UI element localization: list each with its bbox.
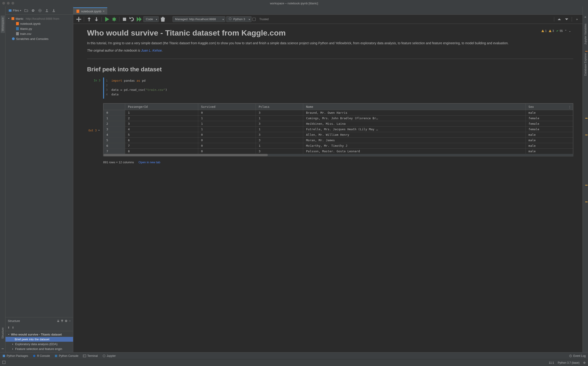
- dataframe-output[interactable]: ⋮ PassengerIdSurvivedPclassNameSex0103Br…: [103, 103, 573, 156]
- add-button[interactable]: [37, 8, 43, 13]
- maximize-window-button[interactable]: [11, 2, 14, 5]
- workspace-tool-tab[interactable]: Workspace: [1, 15, 5, 33]
- interpreter-status[interactable]: Python 3.7 (base): [558, 361, 580, 364]
- python-console-tab[interactable]: Python Console: [55, 354, 78, 358]
- server-select[interactable]: Managed: http://localhost:8888: [173, 16, 225, 22]
- project-tree[interactable]: titanic http://localhost:8888 from noteb…: [6, 15, 73, 317]
- table-row[interactable]: 1211Cumings, Mrs. John Bradley (Florence…: [103, 115, 573, 121]
- table-row[interactable]: 4503Allen, Mr. William Henrymale: [103, 132, 573, 137]
- terminal-tab[interactable]: Terminal: [83, 354, 98, 358]
- horizontal-scrollbar[interactable]: [103, 154, 573, 156]
- table-header[interactable]: Pclass: [256, 103, 303, 110]
- tree-root-titanic[interactable]: titanic http://localhost:8888 from: [6, 16, 73, 21]
- move-up-button[interactable]: [86, 16, 92, 23]
- structure-item-root[interactable]: Who would survive - Titanic dataset: [6, 332, 73, 337]
- table-row[interactable]: 0103Braund, Mr. Owen Harrismale: [103, 110, 573, 115]
- cursor-position[interactable]: 11:1: [549, 361, 554, 364]
- notebook-content[interactable]: 1 3 55 ⌃ ⌄ Who would survive - Titanic d…: [73, 24, 582, 352]
- code-input[interactable]: 1234 import pandas as pddata = pd.read_c…: [103, 77, 573, 99]
- hide-panel-icon[interactable]: −: [69, 319, 71, 323]
- check-badge[interactable]: 55: [556, 29, 563, 33]
- table-menu-button[interactable]: ⋮: [568, 105, 571, 109]
- restart-button[interactable]: [129, 16, 135, 23]
- tree-scratches[interactable]: Scratches and Consoles: [6, 36, 73, 41]
- author-link[interactable]: Juan L. Kehoe: [141, 49, 162, 52]
- table-row[interactable]: 2313Heikkinen, Miss. Lainafemale: [103, 121, 573, 126]
- close-window-button[interactable]: [2, 2, 5, 5]
- run-cell-button[interactable]: [103, 16, 110, 23]
- notebook-toolbar: Code Managed: http://localhost:8888 Pyth…: [73, 15, 582, 24]
- r-console-tab[interactable]: R Console: [33, 354, 50, 358]
- status-left[interactable]: [2, 361, 6, 365]
- table-row[interactable]: 5603Moran, Mr. Jamesmale: [103, 137, 573, 143]
- event-log-tab[interactable]: Event Log: [569, 354, 586, 358]
- badge-down-icon[interactable]: ⌄: [569, 29, 571, 33]
- prev-button[interactable]: [556, 16, 563, 23]
- open-in-tab-link[interactable]: Open in new tab: [138, 160, 160, 164]
- add-cell-button[interactable]: [76, 16, 82, 23]
- upload-button[interactable]: [44, 8, 50, 13]
- output-prompt[interactable]: Out 3: [87, 103, 103, 156]
- chevron-down-icon: [98, 129, 100, 132]
- next-button[interactable]: [564, 16, 570, 23]
- structure-item-brief-peek[interactable]: Brief peek into the dataset: [6, 337, 73, 342]
- structure-tool-tab[interactable]: Structure: [1, 326, 5, 341]
- sort-icon[interactable]: ⬍: [7, 326, 10, 329]
- table-row[interactable]: 3411Futrelle, Mrs. Jacques Heath (Lily M…: [103, 126, 573, 132]
- settings-gear-icon[interactable]: ⚙: [583, 361, 586, 364]
- warning-badge-1[interactable]: 1: [541, 29, 547, 33]
- tool-window-icon: [2, 361, 6, 364]
- editor-area: notebook.ipynb × Code Managed: http://lo…: [73, 7, 582, 352]
- table-header[interactable]: PassengerId: [125, 103, 198, 110]
- delete-cell-button[interactable]: [160, 16, 166, 23]
- intro-paragraph: In this tutorial, I'm going to use a ver…: [87, 41, 573, 46]
- tab-notebook[interactable]: notebook.ipynb ×: [73, 7, 107, 15]
- move-down-button[interactable]: [93, 16, 100, 23]
- table-header[interactable]: Survived: [198, 103, 256, 110]
- database-explorer-tab[interactable]: Database Explorer: [583, 51, 588, 77]
- new-folder-button[interactable]: [24, 8, 29, 13]
- code-content[interactable]: import pandas as pddata = pd.read_csv("t…: [110, 77, 573, 99]
- close-tab-button[interactable]: ×: [103, 9, 104, 13]
- cell-type-select[interactable]: Code: [143, 16, 159, 22]
- warning-badge-2[interactable]: 3: [548, 29, 554, 33]
- tree-item-titanic-py[interactable]: titanic.py: [6, 26, 73, 31]
- table-header[interactable]: Sex: [525, 103, 573, 110]
- jupyter-tab[interactable]: Jupyter: [103, 354, 116, 358]
- chevron-right-icon: [11, 343, 14, 346]
- expand-all-icon[interactable]: ⇊: [57, 319, 59, 323]
- table-header[interactable]: Name: [303, 103, 525, 110]
- files-label: Files: [13, 9, 19, 12]
- table-header[interactable]: [103, 103, 125, 110]
- tree-item-train-csv[interactable]: train.csv: [6, 31, 73, 36]
- stop-button[interactable]: [121, 16, 128, 23]
- python-icon: [16, 27, 19, 30]
- python-packages-tab[interactable]: Python Packages: [2, 354, 28, 358]
- jupyter-variables-tab[interactable]: Jupyter Variables: [583, 22, 588, 46]
- files-dropdown[interactable]: Files ▾: [7, 8, 22, 13]
- more-options-button[interactable]: »: [574, 16, 580, 23]
- code-cell-1[interactable]: In 3 1234 import pandas as pddata = pd.r…: [87, 77, 573, 99]
- kernel-select[interactable]: Python 3: [226, 16, 252, 22]
- settings-icon[interactable]: ⚙: [65, 319, 68, 323]
- data-table[interactable]: PassengerIdSurvivedPclassNameSex0103Brau…: [103, 103, 573, 154]
- minimize-window-button[interactable]: [7, 2, 10, 5]
- collapse-all-icon[interactable]: ⇈: [61, 319, 64, 323]
- more-tools-icon[interactable]: ▪▪: [2, 347, 4, 351]
- run-all-button[interactable]: [136, 16, 143, 23]
- debug-cell-button[interactable]: [111, 16, 117, 23]
- badge-up-icon[interactable]: ⌃: [564, 29, 567, 33]
- table-row[interactable]: 6701McCarthy, Mr. Timothy Jmale: [103, 143, 573, 148]
- tree-item-notebook[interactable]: notebook.ipynb: [6, 21, 73, 26]
- table-row[interactable]: 7803Palsson, Master. Gosta Leonardmale: [103, 148, 573, 154]
- trusted-checkbox[interactable]: [252, 18, 256, 21]
- filter-icon[interactable]: ⬍: [12, 326, 14, 329]
- structure-tree[interactable]: Who would survive - Titanic dataset Brie…: [6, 331, 73, 352]
- markdown-cell-title[interactable]: Who would survive - Titanic dataset from…: [87, 28, 573, 73]
- download-button[interactable]: [51, 8, 56, 13]
- structure-item-feature[interactable]: Feature selection and feature engin: [6, 346, 73, 351]
- svg-rect-17: [2, 361, 5, 364]
- refresh-button[interactable]: [30, 8, 36, 13]
- structure-item-eda[interactable]: Exploratory data analysis (EDA): [6, 342, 73, 346]
- svg-rect-13: [55, 355, 57, 357]
